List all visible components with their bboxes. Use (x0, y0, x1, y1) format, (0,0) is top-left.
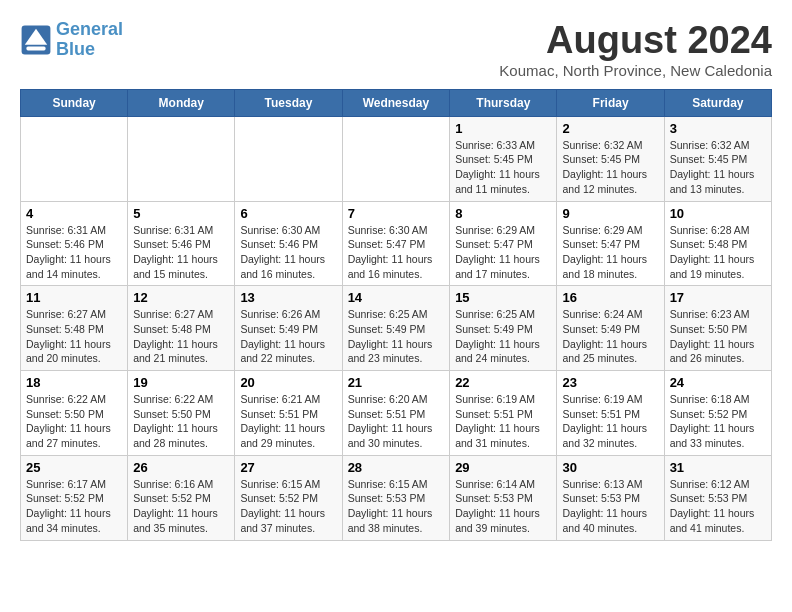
calendar-cell: 17Sunrise: 6:23 AM Sunset: 5:50 PM Dayli… (664, 286, 771, 371)
day-number: 15 (455, 290, 551, 305)
calendar-cell: 15Sunrise: 6:25 AM Sunset: 5:49 PM Dayli… (450, 286, 557, 371)
day-info: Sunrise: 6:19 AM Sunset: 5:51 PM Dayligh… (455, 392, 551, 451)
day-info: Sunrise: 6:27 AM Sunset: 5:48 PM Dayligh… (133, 307, 229, 366)
day-info: Sunrise: 6:16 AM Sunset: 5:52 PM Dayligh… (133, 477, 229, 536)
calendar-week-row: 4Sunrise: 6:31 AM Sunset: 5:46 PM Daylig… (21, 201, 772, 286)
day-number: 28 (348, 460, 445, 475)
day-info: Sunrise: 6:32 AM Sunset: 5:45 PM Dayligh… (562, 138, 658, 197)
logo-line2: Blue (56, 39, 95, 59)
calendar-cell: 24Sunrise: 6:18 AM Sunset: 5:52 PM Dayli… (664, 371, 771, 456)
day-number: 14 (348, 290, 445, 305)
day-info: Sunrise: 6:14 AM Sunset: 5:53 PM Dayligh… (455, 477, 551, 536)
day-info: Sunrise: 6:12 AM Sunset: 5:53 PM Dayligh… (670, 477, 766, 536)
calendar-cell: 14Sunrise: 6:25 AM Sunset: 5:49 PM Dayli… (342, 286, 450, 371)
day-info: Sunrise: 6:22 AM Sunset: 5:50 PM Dayligh… (26, 392, 122, 451)
day-number: 4 (26, 206, 122, 221)
calendar-cell: 11Sunrise: 6:27 AM Sunset: 5:48 PM Dayli… (21, 286, 128, 371)
day-info: Sunrise: 6:30 AM Sunset: 5:46 PM Dayligh… (240, 223, 336, 282)
day-number: 29 (455, 460, 551, 475)
day-info: Sunrise: 6:26 AM Sunset: 5:49 PM Dayligh… (240, 307, 336, 366)
day-info: Sunrise: 6:20 AM Sunset: 5:51 PM Dayligh… (348, 392, 445, 451)
calendar-cell (342, 116, 450, 201)
weekday-header: Thursday (450, 89, 557, 116)
day-number: 25 (26, 460, 122, 475)
day-info: Sunrise: 6:18 AM Sunset: 5:52 PM Dayligh… (670, 392, 766, 451)
day-number: 18 (26, 375, 122, 390)
calendar-cell: 31Sunrise: 6:12 AM Sunset: 5:53 PM Dayli… (664, 455, 771, 540)
day-number: 13 (240, 290, 336, 305)
calendar-cell: 7Sunrise: 6:30 AM Sunset: 5:47 PM Daylig… (342, 201, 450, 286)
day-number: 11 (26, 290, 122, 305)
calendar-cell: 10Sunrise: 6:28 AM Sunset: 5:48 PM Dayli… (664, 201, 771, 286)
day-number: 6 (240, 206, 336, 221)
month-year: August 2024 (499, 20, 772, 62)
calendar-cell: 22Sunrise: 6:19 AM Sunset: 5:51 PM Dayli… (450, 371, 557, 456)
weekday-header: Saturday (664, 89, 771, 116)
day-number: 16 (562, 290, 658, 305)
calendar-cell: 5Sunrise: 6:31 AM Sunset: 5:46 PM Daylig… (128, 201, 235, 286)
calendar-cell: 19Sunrise: 6:22 AM Sunset: 5:50 PM Dayli… (128, 371, 235, 456)
calendar-cell: 21Sunrise: 6:20 AM Sunset: 5:51 PM Dayli… (342, 371, 450, 456)
calendar-cell (128, 116, 235, 201)
calendar-cell: 4Sunrise: 6:31 AM Sunset: 5:46 PM Daylig… (21, 201, 128, 286)
calendar-cell: 25Sunrise: 6:17 AM Sunset: 5:52 PM Dayli… (21, 455, 128, 540)
day-number: 9 (562, 206, 658, 221)
calendar-week-row: 25Sunrise: 6:17 AM Sunset: 5:52 PM Dayli… (21, 455, 772, 540)
weekday-header: Wednesday (342, 89, 450, 116)
calendar-cell: 2Sunrise: 6:32 AM Sunset: 5:45 PM Daylig… (557, 116, 664, 201)
calendar-cell: 20Sunrise: 6:21 AM Sunset: 5:51 PM Dayli… (235, 371, 342, 456)
day-number: 24 (670, 375, 766, 390)
day-number: 23 (562, 375, 658, 390)
calendar-table: SundayMondayTuesdayWednesdayThursdayFrid… (20, 89, 772, 541)
day-number: 3 (670, 121, 766, 136)
page-header: General Blue August 2024 Koumac, North P… (20, 20, 772, 79)
day-number: 27 (240, 460, 336, 475)
weekday-header: Tuesday (235, 89, 342, 116)
calendar-cell: 12Sunrise: 6:27 AM Sunset: 5:48 PM Dayli… (128, 286, 235, 371)
logo-icon (20, 24, 52, 56)
day-info: Sunrise: 6:32 AM Sunset: 5:45 PM Dayligh… (670, 138, 766, 197)
day-info: Sunrise: 6:25 AM Sunset: 5:49 PM Dayligh… (455, 307, 551, 366)
calendar-body: 1Sunrise: 6:33 AM Sunset: 5:45 PM Daylig… (21, 116, 772, 540)
day-info: Sunrise: 6:21 AM Sunset: 5:51 PM Dayligh… (240, 392, 336, 451)
calendar-cell (21, 116, 128, 201)
calendar-cell: 9Sunrise: 6:29 AM Sunset: 5:47 PM Daylig… (557, 201, 664, 286)
weekday-header: Monday (128, 89, 235, 116)
day-info: Sunrise: 6:27 AM Sunset: 5:48 PM Dayligh… (26, 307, 122, 366)
logo-text: General Blue (56, 20, 123, 60)
calendar-cell: 18Sunrise: 6:22 AM Sunset: 5:50 PM Dayli… (21, 371, 128, 456)
day-number: 5 (133, 206, 229, 221)
day-info: Sunrise: 6:25 AM Sunset: 5:49 PM Dayligh… (348, 307, 445, 366)
day-info: Sunrise: 6:15 AM Sunset: 5:53 PM Dayligh… (348, 477, 445, 536)
calendar-week-row: 18Sunrise: 6:22 AM Sunset: 5:50 PM Dayli… (21, 371, 772, 456)
calendar-cell: 16Sunrise: 6:24 AM Sunset: 5:49 PM Dayli… (557, 286, 664, 371)
calendar-cell: 8Sunrise: 6:29 AM Sunset: 5:47 PM Daylig… (450, 201, 557, 286)
day-number: 1 (455, 121, 551, 136)
location: Koumac, North Province, New Caledonia (499, 62, 772, 79)
weekday-row: SundayMondayTuesdayWednesdayThursdayFrid… (21, 89, 772, 116)
calendar-week-row: 11Sunrise: 6:27 AM Sunset: 5:48 PM Dayli… (21, 286, 772, 371)
day-info: Sunrise: 6:13 AM Sunset: 5:53 PM Dayligh… (562, 477, 658, 536)
day-info: Sunrise: 6:23 AM Sunset: 5:50 PM Dayligh… (670, 307, 766, 366)
logo: General Blue (20, 20, 123, 60)
calendar-cell: 29Sunrise: 6:14 AM Sunset: 5:53 PM Dayli… (450, 455, 557, 540)
calendar-cell: 23Sunrise: 6:19 AM Sunset: 5:51 PM Dayli… (557, 371, 664, 456)
day-number: 21 (348, 375, 445, 390)
calendar-cell: 26Sunrise: 6:16 AM Sunset: 5:52 PM Dayli… (128, 455, 235, 540)
calendar-cell: 3Sunrise: 6:32 AM Sunset: 5:45 PM Daylig… (664, 116, 771, 201)
day-number: 22 (455, 375, 551, 390)
calendar-cell: 13Sunrise: 6:26 AM Sunset: 5:49 PM Dayli… (235, 286, 342, 371)
day-number: 30 (562, 460, 658, 475)
day-number: 20 (240, 375, 336, 390)
day-number: 19 (133, 375, 229, 390)
day-info: Sunrise: 6:24 AM Sunset: 5:49 PM Dayligh… (562, 307, 658, 366)
day-number: 10 (670, 206, 766, 221)
day-info: Sunrise: 6:29 AM Sunset: 5:47 PM Dayligh… (562, 223, 658, 282)
day-info: Sunrise: 6:17 AM Sunset: 5:52 PM Dayligh… (26, 477, 122, 536)
day-info: Sunrise: 6:15 AM Sunset: 5:52 PM Dayligh… (240, 477, 336, 536)
day-info: Sunrise: 6:22 AM Sunset: 5:50 PM Dayligh… (133, 392, 229, 451)
day-info: Sunrise: 6:31 AM Sunset: 5:46 PM Dayligh… (26, 223, 122, 282)
day-info: Sunrise: 6:19 AM Sunset: 5:51 PM Dayligh… (562, 392, 658, 451)
calendar-cell: 28Sunrise: 6:15 AM Sunset: 5:53 PM Dayli… (342, 455, 450, 540)
calendar-week-row: 1Sunrise: 6:33 AM Sunset: 5:45 PM Daylig… (21, 116, 772, 201)
